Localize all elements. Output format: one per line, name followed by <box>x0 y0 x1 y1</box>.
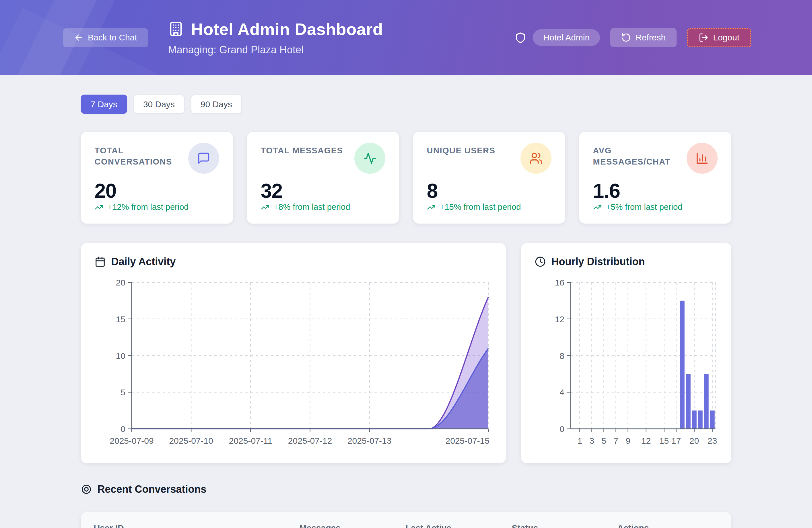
logout-button[interactable]: Logout <box>687 28 751 47</box>
refresh-label: Refresh <box>636 33 666 42</box>
trending-up-icon <box>427 203 436 212</box>
stat-label: TOTAL MESSAGES <box>261 145 343 156</box>
building-icon <box>168 21 184 37</box>
dashboard-main: 7 Days30 Days90 Days TOTAL CONVERSATIONS… <box>81 75 731 528</box>
tab-30-days[interactable]: 30 Days <box>133 95 185 114</box>
svg-text:20: 20 <box>116 278 125 287</box>
svg-text:5: 5 <box>120 388 126 397</box>
role-badge: Hotel Admin <box>533 29 600 46</box>
svg-text:16: 16 <box>555 278 564 287</box>
svg-text:20: 20 <box>689 436 699 446</box>
svg-text:3: 3 <box>589 436 594 446</box>
bar-chart-icon <box>686 143 717 174</box>
column-header-user-id: User ID <box>94 523 124 528</box>
stat-delta: +15% from last period <box>427 202 551 212</box>
svg-text:12: 12 <box>555 315 564 324</box>
svg-text:10: 10 <box>116 351 125 361</box>
stat-value: 1.6 <box>593 179 717 202</box>
stat-delta: +5% from last period <box>593 202 717 212</box>
svg-text:7: 7 <box>613 436 618 446</box>
back-to-chat-label: Back to Chat <box>88 33 137 42</box>
table-header-row: User IDMessagesLast ActiveStatusActions <box>81 512 731 528</box>
clock-icon <box>535 256 546 267</box>
stat-value: 32 <box>261 179 385 202</box>
managing-subtitle: Managing: Grand Plaza Hotel <box>168 44 383 56</box>
stat-delta-text: +15% from last period <box>440 202 521 212</box>
stat-card-avg-messages-chat: AVG MESSAGES/CHAT1.6+5% from last period <box>579 132 731 224</box>
svg-text:2025-07-13: 2025-07-13 <box>347 436 391 446</box>
svg-text:0: 0 <box>120 424 126 434</box>
tab-7-days[interactable]: 7 Days <box>81 95 127 114</box>
rotate-ccw-icon <box>621 33 631 42</box>
svg-text:8: 8 <box>560 351 564 361</box>
eye-target-icon <box>81 484 92 495</box>
stat-card-unique-users: UNIQUE USERS8+15% from last period <box>413 132 565 224</box>
logout-label: Logout <box>713 33 739 42</box>
message-square-icon <box>188 143 219 174</box>
tab-90-days[interactable]: 90 Days <box>191 95 242 114</box>
svg-text:2025-07-15: 2025-07-15 <box>445 436 489 446</box>
svg-text:2025-07-10: 2025-07-10 <box>169 436 213 446</box>
app-header: Back to Chat Hotel Admin Dashboard Manag… <box>0 0 812 75</box>
recent-conversations-table: User IDMessagesLast ActiveStatusActions <box>81 512 731 528</box>
trending-up-icon <box>95 203 103 212</box>
stat-delta-text: +5% from last period <box>606 202 683 212</box>
hourly-distribution-chart: 0481216135791215172023 <box>535 275 717 448</box>
calendar-icon <box>95 256 105 267</box>
svg-text:4: 4 <box>560 388 564 397</box>
stat-card-total-messages: TOTAL MESSAGES32+8% from last period <box>247 132 399 224</box>
svg-text:1: 1 <box>577 436 582 446</box>
column-header-last-active: Last Active <box>406 523 451 528</box>
daily-activity-title: Daily Activity <box>111 256 176 268</box>
column-header-actions: Actions <box>618 523 649 528</box>
trending-up-icon <box>261 203 270 212</box>
stat-label: AVG MESSAGES/CHAT <box>593 145 686 167</box>
column-header-status: Status <box>512 523 538 528</box>
svg-text:15: 15 <box>116 315 125 324</box>
stat-card-total-conversations: TOTAL CONVERSATIONS20+12% from last peri… <box>81 132 233 224</box>
column-header-messages: Messages <box>300 523 340 528</box>
svg-text:12: 12 <box>641 436 651 446</box>
stat-value: 20 <box>95 179 219 202</box>
svg-text:5: 5 <box>601 436 606 446</box>
svg-text:0: 0 <box>560 424 564 434</box>
stat-value: 8 <box>427 179 551 202</box>
stat-delta: +8% from last period <box>261 202 385 212</box>
stat-delta-text: +8% from last period <box>274 202 350 212</box>
log-out-icon <box>699 33 708 42</box>
stat-delta-text: +12% from last period <box>107 202 189 212</box>
time-range-tabs: 7 Days30 Days90 Days <box>81 95 731 114</box>
svg-text:9: 9 <box>625 436 630 446</box>
page-title: Hotel Admin Dashboard <box>191 19 383 39</box>
svg-text:15: 15 <box>659 436 669 446</box>
svg-text:23: 23 <box>707 436 717 446</box>
stat-label: UNIQUE USERS <box>427 145 495 156</box>
daily-activity-card: Daily Activity 051015202025-07-092025-07… <box>81 243 506 463</box>
activity-icon <box>354 143 385 174</box>
refresh-button[interactable]: Refresh <box>610 28 677 47</box>
svg-text:2025-07-12: 2025-07-12 <box>288 436 332 446</box>
svg-text:17: 17 <box>671 436 681 446</box>
daily-activity-chart: 051015202025-07-092025-07-102025-07-1120… <box>95 275 492 448</box>
users-icon <box>521 143 551 174</box>
trending-up-icon <box>593 203 602 212</box>
arrow-left-icon <box>74 33 83 42</box>
stat-cards: TOTAL CONVERSATIONS20+12% from last peri… <box>81 132 731 224</box>
shield-icon <box>514 32 526 44</box>
hourly-distribution-card: Hourly Distribution 04812161357912151720… <box>521 243 731 463</box>
recent-conversations-title: Recent Conversations <box>98 483 207 495</box>
stat-delta: +12% from last period <box>95 202 219 212</box>
svg-text:2025-07-09: 2025-07-09 <box>110 436 154 446</box>
svg-text:2025-07-11: 2025-07-11 <box>229 436 272 446</box>
stat-label: TOTAL CONVERSATIONS <box>95 145 188 167</box>
hourly-distribution-title: Hourly Distribution <box>551 256 645 268</box>
back-to-chat-button[interactable]: Back to Chat <box>63 28 148 47</box>
